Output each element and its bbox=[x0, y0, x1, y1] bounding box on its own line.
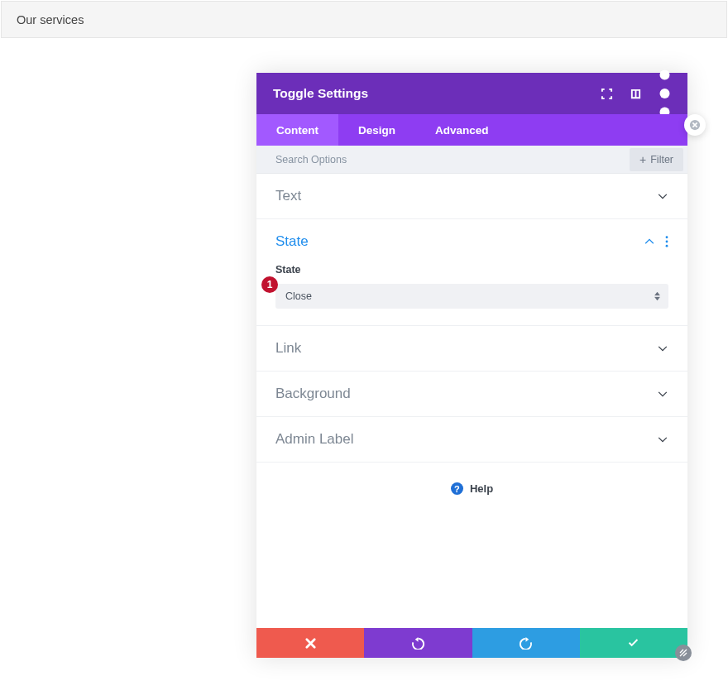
section-admin-label: Admin Label bbox=[256, 417, 687, 463]
section-link: Link bbox=[256, 326, 687, 372]
section-state-content: State Close bbox=[256, 264, 687, 325]
save-button[interactable] bbox=[580, 628, 687, 658]
svg-point-4 bbox=[666, 241, 668, 243]
section-link-title: Link bbox=[275, 340, 657, 357]
tab-design[interactable]: Design bbox=[338, 114, 415, 146]
modal-title: Toggle Settings bbox=[273, 86, 601, 101]
floating-close-button[interactable] bbox=[684, 114, 706, 136]
page-title-text: Our services bbox=[17, 13, 84, 26]
section-state-title: State bbox=[275, 233, 644, 250]
tab-advanced[interactable]: Advanced bbox=[415, 114, 509, 146]
panel-layout-icon[interactable] bbox=[630, 88, 642, 100]
filter-button[interactable]: + Filter bbox=[630, 148, 683, 171]
close-icon bbox=[304, 637, 317, 650]
chevron-down-icon bbox=[657, 190, 668, 202]
chevron-down-icon bbox=[657, 434, 668, 445]
undo-button[interactable] bbox=[364, 628, 472, 658]
svg-point-1 bbox=[660, 89, 670, 98]
state-select[interactable]: Close bbox=[275, 284, 668, 309]
section-background-title: Background bbox=[275, 386, 657, 402]
close-circle-icon bbox=[689, 119, 701, 131]
search-options-row: Search Options + Filter bbox=[256, 146, 687, 174]
floating-resize-handle[interactable] bbox=[675, 645, 692, 661]
modal-body: Text State State Close bbox=[256, 174, 687, 628]
redo-icon bbox=[520, 637, 532, 650]
expand-icon[interactable] bbox=[601, 88, 613, 100]
section-state-header[interactable]: State bbox=[256, 219, 687, 264]
section-state: State State Close bbox=[256, 219, 687, 326]
tab-content[interactable]: Content bbox=[256, 114, 338, 146]
modal-header: Toggle Settings bbox=[256, 73, 687, 114]
section-text-header[interactable]: Text bbox=[256, 174, 687, 218]
chevron-up-icon bbox=[644, 236, 655, 247]
section-admin-label-title: Admin Label bbox=[275, 431, 657, 448]
annotation-marker-1: 1 bbox=[261, 276, 278, 293]
chevron-down-icon bbox=[657, 388, 668, 400]
filter-label: Filter bbox=[650, 154, 673, 165]
select-arrows-icon bbox=[654, 292, 660, 301]
state-select-value: Close bbox=[285, 290, 312, 302]
redo-button[interactable] bbox=[472, 628, 580, 658]
more-vertical-icon[interactable] bbox=[659, 88, 671, 100]
section-text-title: Text bbox=[275, 188, 657, 204]
state-field-label: State bbox=[275, 264, 668, 276]
section-link-header[interactable]: Link bbox=[256, 326, 687, 371]
check-icon bbox=[627, 637, 639, 650]
help-row[interactable]: ? Help bbox=[256, 463, 687, 515]
section-admin-label-header[interactable]: Admin Label bbox=[256, 417, 687, 462]
header-icons bbox=[601, 88, 671, 100]
undo-icon bbox=[412, 637, 424, 650]
help-label: Help bbox=[470, 482, 493, 495]
resize-icon bbox=[679, 649, 687, 657]
cancel-button[interactable] bbox=[256, 628, 364, 658]
plus-icon: + bbox=[639, 154, 646, 165]
svg-point-0 bbox=[660, 70, 670, 80]
search-options-input[interactable]: Search Options bbox=[275, 154, 630, 165]
svg-point-5 bbox=[666, 245, 668, 247]
help-icon: ? bbox=[451, 482, 463, 495]
section-background-header[interactable]: Background bbox=[256, 372, 687, 416]
section-text: Text bbox=[256, 174, 687, 219]
modal-tabs: Content Design Advanced bbox=[256, 114, 687, 146]
toggle-settings-modal: Toggle Settings Content Design Advanced … bbox=[256, 73, 687, 658]
modal-footer bbox=[256, 628, 687, 658]
svg-point-3 bbox=[666, 236, 668, 238]
page-top-bar: Our services bbox=[1, 1, 727, 38]
section-more-icon[interactable] bbox=[665, 236, 668, 247]
section-background: Background bbox=[256, 372, 687, 417]
chevron-down-icon bbox=[657, 343, 668, 354]
